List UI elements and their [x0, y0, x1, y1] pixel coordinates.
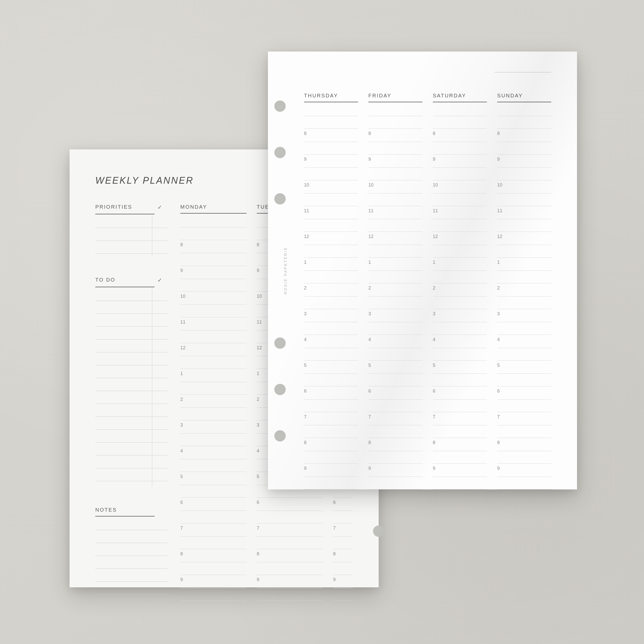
hour-slot: 11 — [433, 206, 487, 232]
hour-label: 4 — [368, 337, 371, 342]
hour-label: 9 — [368, 466, 371, 471]
hour-label: 10 — [257, 294, 262, 299]
hour-label: 5 — [368, 363, 371, 368]
hour-label: 5 — [433, 363, 435, 368]
hour-label: 7 — [180, 526, 183, 531]
hour-label: 10 — [497, 182, 502, 188]
hour-label: 1 — [497, 260, 500, 265]
hour-slot: 1 — [368, 258, 422, 283]
hour-label: 6 — [433, 388, 435, 394]
hour-slot: 10 — [368, 180, 422, 206]
hour-slot: 2 — [433, 283, 487, 309]
hour-slot: 10 — [433, 180, 487, 206]
hour-label: 9 — [433, 466, 435, 471]
hour-slot: 8 — [433, 438, 487, 464]
hour-slot: 7 — [497, 412, 551, 438]
hour-slot: 10 — [304, 180, 358, 206]
hour-label: 8 — [433, 131, 435, 136]
hour-label: 12 — [497, 234, 502, 239]
hour-label: 9 — [180, 577, 183, 582]
day-header: THURSDAY — [304, 93, 358, 102]
todo-label: TO DO — [95, 277, 115, 284]
hour-slot: 5 — [433, 361, 487, 386]
hour-slot: 4 — [304, 335, 358, 361]
hour-slot: 1 — [180, 369, 247, 395]
hour-slot: 11 — [180, 317, 247, 343]
hour-label: 12 — [257, 345, 262, 351]
hour-slot: 8 — [304, 129, 358, 155]
hour-slot: 6 — [304, 386, 358, 412]
hour-slot: 11 — [304, 206, 358, 232]
hour-slot: 7 — [433, 412, 487, 438]
hour-label: 2 — [304, 285, 307, 291]
hour-label: 12 — [368, 234, 374, 239]
hour-slot: 1 — [433, 258, 487, 283]
hour-label: 11 — [257, 319, 262, 325]
hour-label: 10 — [180, 294, 185, 299]
day-header: SUNDAY — [497, 93, 551, 102]
hour-label: 8 — [304, 440, 307, 445]
hour-label: 7 — [368, 414, 371, 420]
hour-label: 11 — [180, 319, 185, 325]
hour-label: 9 — [368, 157, 371, 162]
hour-slot: 4 — [497, 335, 551, 361]
right-day-columns: THURSDAY 89101112123456789 FRIDAY 891011… — [304, 93, 551, 489]
hour-label: 8 — [497, 131, 500, 136]
punch-hole-icon — [274, 430, 286, 442]
hour-slot: 8 — [433, 129, 487, 155]
hour-label: 11 — [433, 208, 438, 214]
planner-page-right: ROSIE PAPETERIE THURSDAY 891011121234567… — [268, 52, 577, 489]
day-header: SATURDAY — [433, 93, 487, 102]
hour-slot: 12 — [497, 232, 551, 258]
hour-label: 8 — [180, 242, 183, 248]
hour-label: 5 — [304, 363, 307, 368]
day-column-monday: MONDAY 89101112123456789 — [180, 204, 247, 601]
hour-slot: 2 — [368, 283, 422, 309]
checkmark-icon: ✓ — [157, 204, 163, 211]
punch-hole-icon — [274, 384, 286, 395]
hour-slot: 3 — [433, 309, 487, 335]
hour-label: 9 — [333, 577, 336, 582]
hour-label: 1 — [304, 260, 307, 265]
hour-slot: 5 — [368, 361, 422, 386]
hour-label: 1 — [180, 371, 183, 376]
hour-slots: 89101112123456789 — [180, 240, 247, 601]
hour-slots: 89101112123456789 — [368, 129, 422, 489]
day-column-saturday: SATURDAY 89101112123456789 — [433, 93, 487, 489]
hour-label: 6 — [333, 500, 336, 505]
hour-slot: 8 — [180, 549, 247, 575]
hour-slot: 5 — [180, 472, 247, 498]
hour-label: 9 — [180, 268, 183, 273]
hour-slot: 9 — [433, 155, 487, 180]
hour-label: 2 — [368, 285, 371, 291]
hour-label: 7 — [333, 526, 336, 531]
hour-label: 9 — [433, 157, 435, 162]
hour-label: 4 — [433, 337, 435, 342]
hour-label: 8 — [257, 551, 259, 557]
hour-slot: 7 — [304, 412, 358, 438]
hour-label: 8 — [497, 440, 500, 445]
priorities-section: PRIORITIES ✓ — [95, 204, 167, 261]
hour-slot: 8 — [497, 129, 551, 155]
hour-slot: 6 — [333, 498, 353, 523]
hour-label: 2 — [257, 397, 259, 402]
hour-label: 8 — [368, 131, 371, 136]
day-column-thursday: THURSDAY 89101112123456789 — [304, 93, 358, 489]
left-sidebar: PRIORITIES ✓ TO DO ✓ — [95, 204, 167, 601]
hour-label: 3 — [368, 311, 371, 317]
day-header: FRIDAY — [368, 93, 422, 102]
hour-slot: 8 — [368, 129, 422, 155]
hour-slot: 9 — [304, 464, 358, 489]
notes-section: NOTES — [95, 507, 167, 595]
hour-slot: 8 — [497, 438, 551, 464]
hour-slot: 12 — [180, 343, 247, 369]
hour-slot: 8 — [304, 438, 358, 464]
hour-slot: 7 — [180, 523, 247, 549]
hour-slot: 2 — [497, 283, 551, 309]
hour-slot: 4 — [368, 335, 422, 361]
hour-label: 3 — [180, 422, 183, 428]
hour-label: 4 — [304, 337, 307, 342]
hour-slots: 89101112123456789 — [304, 129, 358, 489]
hour-label: 8 — [333, 551, 336, 557]
hour-label: 10 — [368, 182, 374, 188]
